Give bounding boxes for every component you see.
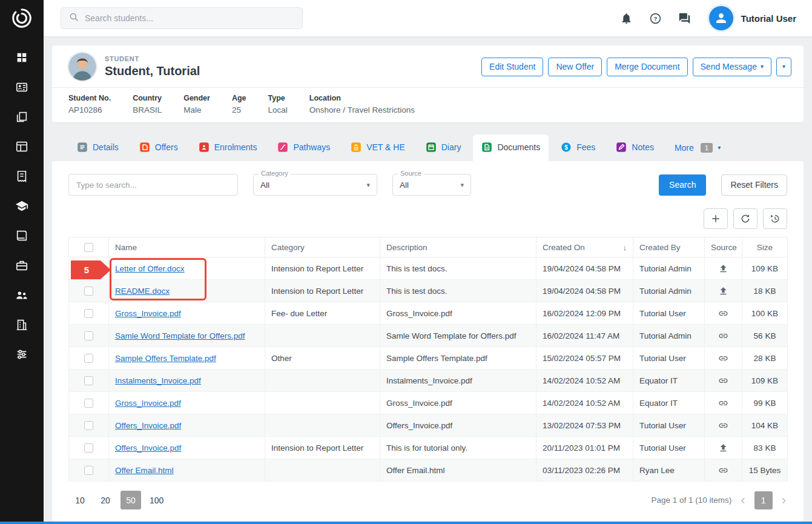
document-link[interactable]: Samle Word Template for Offers.pdf bbox=[115, 331, 245, 340]
prev-page-icon[interactable]: ‹ bbox=[741, 494, 745, 507]
tab-diary[interactable]: Diary bbox=[417, 134, 470, 161]
tab-fees[interactable]: $Fees bbox=[552, 134, 604, 161]
refresh-button[interactable] bbox=[733, 208, 758, 229]
reset-filters-button[interactable]: Reset Filters bbox=[721, 174, 787, 196]
upload-icon[interactable] bbox=[718, 264, 728, 274]
history-button[interactable] bbox=[763, 208, 787, 229]
app-logo[interactable] bbox=[0, 0, 44, 36]
link-icon[interactable] bbox=[718, 465, 728, 476]
edit-student-button[interactable]: Edit Student bbox=[481, 58, 543, 76]
tab-offers[interactable]: Offers bbox=[131, 134, 186, 161]
tab-label: Enrolments bbox=[214, 142, 257, 152]
row-checkbox[interactable] bbox=[84, 331, 93, 340]
source-select-value: All bbox=[400, 181, 409, 190]
sidebar-item-settings[interactable] bbox=[15, 348, 28, 361]
tab-pathways[interactable]: Pathways bbox=[269, 134, 338, 161]
upload-icon[interactable] bbox=[718, 443, 728, 453]
column-header-source[interactable]: Source bbox=[705, 237, 742, 257]
document-search-input[interactable] bbox=[68, 174, 238, 196]
page-size-50[interactable]: 50 bbox=[120, 491, 141, 509]
global-search-input[interactable] bbox=[85, 13, 295, 23]
sidebar-item-organisation[interactable] bbox=[15, 318, 28, 331]
documents-table: NameCategoryDescriptionCreated On↓Create… bbox=[68, 237, 788, 482]
cell-source bbox=[705, 392, 742, 414]
upload-icon[interactable] bbox=[718, 286, 728, 296]
source-select[interactable]: Source All ▾ bbox=[392, 174, 471, 196]
sidebar-item-agents[interactable] bbox=[15, 288, 28, 302]
tab-vet-he[interactable]: VET & HE bbox=[342, 134, 414, 161]
column-header-created-on[interactable]: Created On↓ bbox=[536, 237, 633, 257]
document-link[interactable]: Instalments_Invoice.pdf bbox=[115, 376, 201, 385]
more-actions-button[interactable]: ▾ bbox=[776, 58, 791, 76]
tab-notes[interactable]: Notes bbox=[607, 134, 662, 161]
column-header-size[interactable]: Size bbox=[742, 237, 788, 257]
help-icon[interactable]: ? bbox=[649, 12, 662, 25]
subjects-icon bbox=[15, 229, 28, 242]
document-link[interactable]: Offers_Invoice.pdf bbox=[115, 421, 181, 430]
document-link[interactable]: Gross_Invoice.pdf bbox=[115, 399, 181, 408]
info-value: Onshore / Travel Restrictions bbox=[309, 105, 415, 114]
sidebar-item-reports[interactable] bbox=[15, 140, 28, 153]
row-checkbox[interactable] bbox=[84, 399, 93, 408]
student-info-row: Student No.AP10286CountryBRASILGenderMal… bbox=[52, 87, 804, 122]
row-checkbox[interactable] bbox=[84, 287, 93, 296]
next-page-icon[interactable]: › bbox=[782, 494, 786, 507]
search-button[interactable]: Search bbox=[659, 174, 706, 196]
column-header-created-by[interactable]: Created By bbox=[633, 237, 705, 257]
sidebar-item-documents[interactable] bbox=[15, 110, 28, 124]
column-header-name[interactable]: Name bbox=[109, 237, 265, 257]
send-message-button[interactable]: Send Message▾ bbox=[693, 58, 771, 76]
notifications-bell-icon[interactable] bbox=[620, 12, 633, 25]
document-link[interactable]: Offers_Invoice.pdf bbox=[115, 443, 181, 453]
document-link[interactable]: README.docx bbox=[115, 287, 170, 296]
current-page-button[interactable]: 1 bbox=[754, 491, 773, 509]
info-label: Age bbox=[232, 94, 246, 102]
sidebar-item-employers[interactable] bbox=[15, 259, 28, 272]
row-checkbox[interactable] bbox=[84, 466, 93, 475]
cell-created-by: Tutorial Admin bbox=[633, 325, 705, 347]
sidebar-item-students[interactable] bbox=[15, 81, 28, 94]
global-search[interactable] bbox=[61, 7, 303, 29]
documents-table-wrap: NameCategoryDescriptionCreated On↓Create… bbox=[68, 237, 787, 482]
sidebar-item-subjects[interactable] bbox=[15, 229, 28, 242]
new-offer-button[interactable]: New Offer bbox=[548, 58, 602, 76]
sidebar-item-invoices[interactable] bbox=[15, 170, 28, 183]
document-link[interactable]: Offer Email.html bbox=[115, 466, 174, 475]
cell-size: 99 KB bbox=[742, 392, 788, 414]
sidebar-item-courses[interactable] bbox=[15, 199, 28, 213]
row-checkbox[interactable] bbox=[84, 264, 93, 273]
tab-more[interactable]: More1▾ bbox=[666, 136, 729, 161]
column-header-description[interactable]: Description bbox=[380, 237, 536, 257]
document-link[interactable]: Letter of Offer.docx bbox=[115, 264, 185, 273]
sidebar-item-dashboard[interactable] bbox=[15, 51, 28, 64]
sidebar-nav bbox=[15, 51, 28, 361]
link-icon[interactable] bbox=[718, 376, 728, 386]
link-icon[interactable] bbox=[718, 420, 728, 431]
add-document-button[interactable] bbox=[704, 208, 728, 229]
tab-documents[interactable]: Documents bbox=[473, 134, 549, 161]
row-checkbox[interactable] bbox=[84, 443, 93, 453]
row-checkbox[interactable] bbox=[84, 421, 93, 430]
row-checkbox[interactable] bbox=[84, 309, 93, 318]
document-link[interactable]: Gross_Invoice.pdf bbox=[115, 309, 181, 318]
document-link[interactable]: Sample Offers Template.pdf bbox=[115, 354, 216, 363]
row-checkbox[interactable] bbox=[84, 376, 93, 385]
page-size-100[interactable]: 100 bbox=[146, 491, 167, 509]
page-size-20[interactable]: 20 bbox=[95, 491, 116, 509]
link-icon[interactable] bbox=[718, 331, 728, 341]
tab-details[interactable]: Details bbox=[68, 134, 127, 161]
category-select[interactable]: Category All ▾ bbox=[253, 174, 377, 196]
tab-enrolments[interactable]: Enrolments bbox=[190, 134, 266, 161]
cell-source bbox=[705, 280, 742, 302]
row-checkbox[interactable] bbox=[84, 354, 93, 363]
cell-category bbox=[265, 392, 380, 414]
link-icon[interactable] bbox=[718, 353, 728, 363]
select-all-checkbox[interactable] bbox=[84, 243, 93, 252]
page-size-10[interactable]: 10 bbox=[70, 491, 90, 509]
merge-document-button[interactable]: Merge Document bbox=[607, 58, 687, 76]
link-icon[interactable] bbox=[718, 308, 728, 319]
user-menu[interactable]: Tutorial User bbox=[709, 6, 796, 30]
messages-icon[interactable] bbox=[678, 12, 691, 25]
column-header-category[interactable]: Category bbox=[265, 237, 380, 257]
link-icon[interactable] bbox=[718, 398, 728, 408]
